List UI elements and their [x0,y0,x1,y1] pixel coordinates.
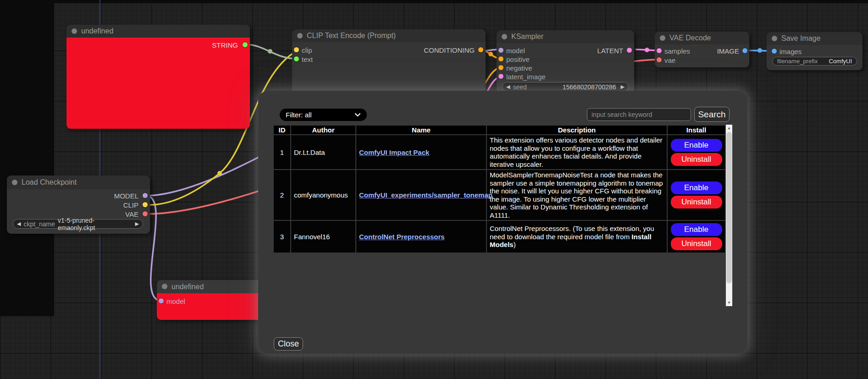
output-label-image: IMAGE [717,47,739,55]
enable-button[interactable]: Enable [671,139,722,152]
filename-prefix-value[interactable]: ComfyUI [829,58,852,65]
input-dot-images[interactable] [772,49,777,54]
node-title: KSampler [511,30,543,43]
cell-id: 3 [274,221,290,253]
node-undefined-bottom[interactable]: undefined model [157,280,262,320]
column-header-description: Description [487,126,667,134]
input-label-clip: clip [302,46,312,54]
cell-description: ControlNet Preprocessors. (To use this e… [487,221,667,253]
node-load-checkpoint[interactable]: Load Checkpoint MODEL CLIP VAE ◀ ckpt_na… [7,176,150,234]
input-dot-clip[interactable] [294,47,299,52]
node-save-image[interactable]: Save Image images filename_prefix ComfyU… [767,32,862,70]
node-title: Load Checkpoint [22,176,77,189]
node-collapse-dot[interactable] [502,34,507,39]
input-label-images: images [780,48,802,55]
extension-link[interactable]: ControlNet Preprocessors [359,233,445,241]
node-vae-decode[interactable]: VAE Decode samples vae IMAGE [655,32,749,67]
cell-name: ComfyUI Impact Pack [356,135,486,169]
node-ksampler[interactable]: KSampler model positive negative latent_… [497,30,634,93]
input-dot-positive[interactable] [498,56,503,61]
scrollbar-thumb[interactable] [726,132,732,283]
node-collapse-dot[interactable] [162,284,167,289]
enable-button[interactable]: Enable [671,181,722,194]
ckpt-next-arrow[interactable]: ▶ [135,221,139,226]
output-dot-vae[interactable] [143,211,148,216]
extension-table-container: ID Author Name Description Install 1 Dr.… [273,125,732,306]
close-button[interactable]: Close [274,337,303,351]
input-dot-text[interactable] [294,56,299,61]
scrollbar-down-arrow[interactable]: ▼ [726,299,732,306]
output-label-model: MODEL [114,192,138,200]
filename-prefix-name: filename_prefix [777,58,818,65]
extension-link[interactable]: ComfyUI Impact Pack [359,148,429,156]
input-dot-negative[interactable] [498,65,503,70]
search-button[interactable]: Search [694,107,730,122]
column-header-name: Name [356,126,486,134]
table-row: 3 Fannovel16 ControlNet Preprocessors Co… [274,221,725,253]
input-label-negative: negative [506,64,532,72]
cell-install: Enable Uninstall [668,221,725,253]
enable-button[interactable]: Enable [671,223,722,236]
scrollbar-up-arrow[interactable]: ▲ [726,125,732,132]
node-title: CLIP Text Encode (Prompt) [307,29,396,42]
node-collapse-dot[interactable] [660,35,665,41]
input-dot-model[interactable] [498,48,503,53]
cell-id: 1 [274,135,290,169]
output-dot-conditioning[interactable] [478,47,483,52]
cell-author: Fannovel16 [291,221,355,253]
cell-description: This extension offers various detector n… [487,135,667,169]
output-label-latent: LATENT [597,47,623,55]
link-clip-midpoint-dot [217,171,222,176]
ckpt-prev-arrow[interactable]: ◀ [17,221,21,226]
input-label-samples: samples [664,47,690,55]
seed-widget-name: seed [513,83,526,91]
output-dot-image[interactable] [742,48,747,53]
column-header-author: Author [291,126,355,134]
uninstall-button[interactable]: Uninstall [671,153,722,166]
seed-widget[interactable]: ◀ seed 156680208700286 ▶ [502,82,629,92]
node-graph-canvas[interactable]: undefined STRING CLIP Text Encode (Promp… [0,0,868,379]
output-dot-model[interactable] [143,193,148,198]
node-collapse-dot[interactable] [72,28,77,34]
seed-decrement-arrow[interactable]: ◀ [506,84,510,89]
table-header-row: ID Author Name Description Install [274,126,725,134]
input-label-model: model [506,47,525,55]
ckpt-widget-value[interactable]: v1-5-pruned-emaonly.ckpt [58,217,131,231]
uninstall-button[interactable]: Uninstall [671,196,722,209]
cell-name: ComfyUI_experiments/sampler_tonemap [356,170,486,220]
cell-name: ControlNet Preprocessors [356,221,486,253]
table-row: 2 comfyanonymous ComfyUI_experiments/sam… [274,170,725,220]
node-collapse-dot[interactable] [12,180,17,185]
output-dot-string[interactable] [243,42,248,47]
cell-install: Enable Uninstall [668,170,725,220]
node-clip-text-encode[interactable]: CLIP Text Encode (Prompt) clip text COND… [292,29,486,93]
chevron-down-icon [354,113,361,117]
input-dot-vae[interactable] [657,57,662,62]
filter-select[interactable]: Filter: all [280,109,367,121]
filename-prefix-widget[interactable]: filename_prefix ComfyUI [772,57,857,66]
search-input[interactable] [587,108,691,121]
node-collapse-dot[interactable] [297,33,303,38]
input-dot-samples[interactable] [657,48,662,53]
output-dot-latent[interactable] [627,48,632,53]
input-dot-model[interactable] [159,298,164,303]
node-collapse-dot[interactable] [772,36,777,41]
output-label-conditioning: CONDITIONING [424,46,475,54]
output-label-string: STRING [212,41,238,49]
extension-manager-dialog: Filter: all Search ID Author Name Descri… [258,91,747,354]
table-row: 1 Dr.Lt.Data ComfyUI Impact Pack This ex… [274,135,725,169]
output-dot-clip[interactable] [143,202,148,207]
input-dot-latent-image[interactable] [498,74,503,79]
input-label-vae: vae [664,56,675,64]
cell-author: comfyanonymous [291,170,355,220]
node-title: undefined [81,25,113,38]
ckpt-name-widget[interactable]: ◀ ckpt_name v1-5-pruned-emaonly.ckpt ▶ [13,219,143,229]
extension-link[interactable]: ComfyUI_experiments/sampler_tonemap [359,191,492,199]
input-label-latent-image: latent_image [506,73,546,81]
seed-increment-arrow[interactable]: ▶ [621,84,625,89]
uninstall-button[interactable]: Uninstall [671,237,722,250]
extension-table: ID Author Name Description Install 1 Dr.… [273,125,726,253]
seed-widget-value[interactable]: 156680208700286 [563,83,616,91]
node-undefined-top[interactable]: undefined STRING [66,25,250,129]
table-scrollbar[interactable]: ▲ ▼ [726,125,732,306]
